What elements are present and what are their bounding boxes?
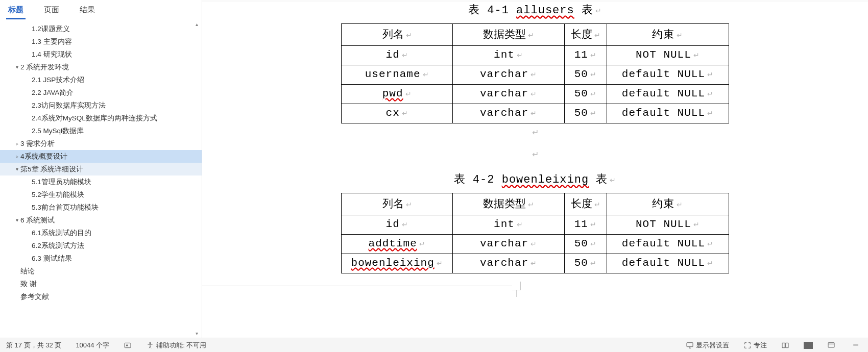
svg-rect-2 (687, 342, 693, 346)
table-row: pwd↵varchar↵50↵default NULL↵ (342, 85, 729, 104)
paragraph-mark-icon: ↵ (406, 31, 412, 39)
paragraph-mark-icon: ↵ (707, 259, 714, 267)
outline-item[interactable]: ▹5.2学生功能模块 (0, 188, 202, 201)
outline-item-label: 5.1管理员功能模块 (32, 178, 91, 187)
table-cell: NOT NULL↵ (607, 215, 729, 235)
paragraph-mark-icon: ↵ (402, 51, 408, 59)
outline-item-label: 1.3 主要内容 (32, 37, 72, 46)
outline-item[interactable]: ▹参考文献 (0, 290, 202, 303)
view-print-layout-icon[interactable] (804, 342, 813, 349)
table-row: addtime↵varchar↵50↵default NULL↵ (342, 235, 729, 254)
status-display-settings[interactable]: 显示器设置 (686, 341, 729, 350)
outline-item[interactable]: ▹5.1管理员功能模块 (0, 175, 202, 188)
table-header: 约束↵ (607, 24, 729, 46)
status-word-count[interactable]: 10044 个字 (76, 341, 109, 350)
table-allusers: 列名↵数据类型↵长度↵约束↵id↵int↵11↵NOT NULL↵usernam… (341, 23, 729, 123)
chevron-down-icon[interactable]: ▾ (13, 166, 20, 172)
paragraph-mark-icon: ↵ (590, 109, 597, 117)
caption-name: bowenleixing (502, 173, 589, 186)
table-cell: 50↵ (564, 65, 607, 85)
paragraph-mark-icon: ↵ (590, 70, 597, 79)
status-language-icon[interactable] (124, 341, 132, 349)
app-root: 标题 页面 结果 ▴ ▹1.2课题意义▹1.3 主要内容▹1.4 研究现状▾2 … (0, 0, 868, 352)
table-cell: int↵ (453, 46, 564, 65)
status-page[interactable]: 第 17 页，共 32 页 (6, 341, 61, 350)
tab-headings[interactable]: 标题 (6, 1, 26, 19)
outline-item[interactable]: ▹1.4 研究现状 (0, 48, 202, 61)
outline-item[interactable]: ▹2.1 JSP技术介绍 (0, 73, 202, 86)
page-corner-indicator (202, 286, 517, 297)
table-cell: username↵ (342, 65, 453, 85)
outline-tree[interactable]: ▹1.2课题意义▹1.3 主要内容▹1.4 研究现状▾2 系统开发环境▹2.1 … (0, 20, 202, 338)
table-cell: varchar↵ (453, 85, 564, 104)
table-header: 约束↵ (607, 193, 729, 215)
paragraph-mark-icon: ↵ (590, 90, 597, 98)
outline-item[interactable]: ▹6.3 测试结果 (0, 252, 202, 265)
tab-results[interactable]: 结果 (78, 1, 97, 19)
outline-item[interactable]: ▹6.1系统测试的目的 (0, 227, 202, 239)
nav-tabs: 标题 页面 结果 (0, 0, 202, 20)
table-cell: varchar↵ (453, 104, 564, 123)
outline-item[interactable]: ▹1.3 主要内容 (0, 35, 202, 48)
blank-paragraph: ↵ (223, 149, 848, 159)
table-row: id↵int↵11↵NOT NULL↵ (342, 46, 729, 65)
table-cell: 50↵ (564, 85, 607, 104)
status-focus-label: 专注 (754, 341, 767, 350)
view-web-layout-icon[interactable] (827, 341, 835, 349)
table-cell: bowenleixing↵ (342, 254, 453, 273)
status-accessibility[interactable]: 辅助功能: 不可用 (146, 341, 206, 350)
outline-item[interactable]: ▹结论 (0, 265, 202, 278)
chevron-down-icon[interactable]: ▾ (13, 64, 20, 70)
paragraph-mark-icon: ↵ (517, 51, 523, 59)
outline-item[interactable]: ▾2 系统开发环境 (0, 61, 202, 73)
chevron-right-icon[interactable]: ▹ (13, 141, 20, 146)
caption-name: allusers (516, 4, 574, 17)
scroll-down-icon[interactable]: ▾ (192, 330, 201, 338)
table-row: bowenleixing↵varchar↵50↵default NULL↵ (342, 254, 729, 273)
outline-item-label: 1.4 研究现状 (32, 50, 72, 59)
view-read-mode-icon[interactable] (781, 341, 789, 349)
paragraph-mark-icon: ↵ (517, 220, 523, 229)
outline-item[interactable]: ▹2.3访问数据库实现方法 (0, 99, 202, 112)
paragraph-mark-icon: ↵ (595, 7, 602, 15)
table-header: 列名↵ (342, 24, 453, 46)
outline-item[interactable]: ▹5.3前台首页功能模块 (0, 201, 202, 214)
paragraph-mark-icon: ↵ (419, 240, 426, 248)
paragraph-mark-icon: ↵ (707, 70, 714, 79)
svg-point-1 (150, 342, 151, 344)
paragraph-mark-icon: ↵ (531, 70, 537, 79)
status-focus[interactable]: 专注 (743, 341, 767, 350)
blank-paragraph: ↵ (223, 128, 848, 137)
svg-rect-3 (828, 342, 834, 347)
paragraph-mark-icon: ↵ (677, 31, 683, 39)
outline-item[interactable]: ▾第5章 系统详细设计 (0, 163, 202, 175)
table-cell: addtime↵ (342, 235, 453, 254)
table-2-block: 表 4-2 bowenleixing 表↵ 列名↵数据类型↵长度↵约束↵id↵i… (223, 171, 848, 273)
paragraph-mark-icon: ↵ (405, 90, 412, 98)
outline-item[interactable]: ▹致 谢 (0, 278, 202, 290)
outline-item[interactable]: ▹3 需求分析 (0, 137, 202, 150)
outline-item-label: 第5章 系统详细设计 (20, 165, 83, 174)
outline-item-label: 2.4系统对MySQL数据库的两种连接方式 (32, 114, 157, 123)
chevron-down-icon[interactable]: ▾ (13, 217, 20, 223)
tab-pages[interactable]: 页面 (42, 1, 61, 19)
outline-item[interactable]: ▾6 系统测试 (0, 214, 202, 227)
table-cell: cx↵ (342, 104, 453, 123)
outline-item-label: 2.1 JSP技术介绍 (32, 76, 84, 85)
paragraph-mark-icon: ↵ (531, 90, 537, 98)
outline-item[interactable]: ▹1.2课题意义 (0, 22, 202, 35)
zoom-out-icon[interactable]: − (850, 339, 862, 351)
outline-item[interactable]: ▹2.4系统对MySQL数据库的两种连接方式 (0, 112, 202, 124)
table-header: 长度↵ (564, 193, 607, 215)
table-bowenleixing: 列名↵数据类型↵长度↵约束↵id↵int↵11↵NOT NULL↵addtime… (341, 193, 729, 273)
outline-item-label: 参考文献 (20, 292, 49, 301)
outline-item[interactable]: ▹2.5 MySql数据库 (0, 124, 202, 137)
outline-item-label: 6 系统测试 (20, 216, 55, 225)
outline-item[interactable]: ▹4系统概要设计 (0, 150, 202, 163)
outline-item[interactable]: ▹2.2 JAVA简介 (0, 86, 202, 99)
outline-item[interactable]: ▹6.2系统测试方法 (0, 239, 202, 252)
chevron-right-icon[interactable]: ▹ (13, 154, 20, 159)
caption-suffix: 表 (589, 173, 608, 186)
document-scroll[interactable]: 表 4-1 allusers 表↵ 列名↵数据类型↵长度↵约束↵id↵int↵1… (202, 0, 868, 338)
outline-item-label: 4系统概要设计 (20, 152, 67, 161)
